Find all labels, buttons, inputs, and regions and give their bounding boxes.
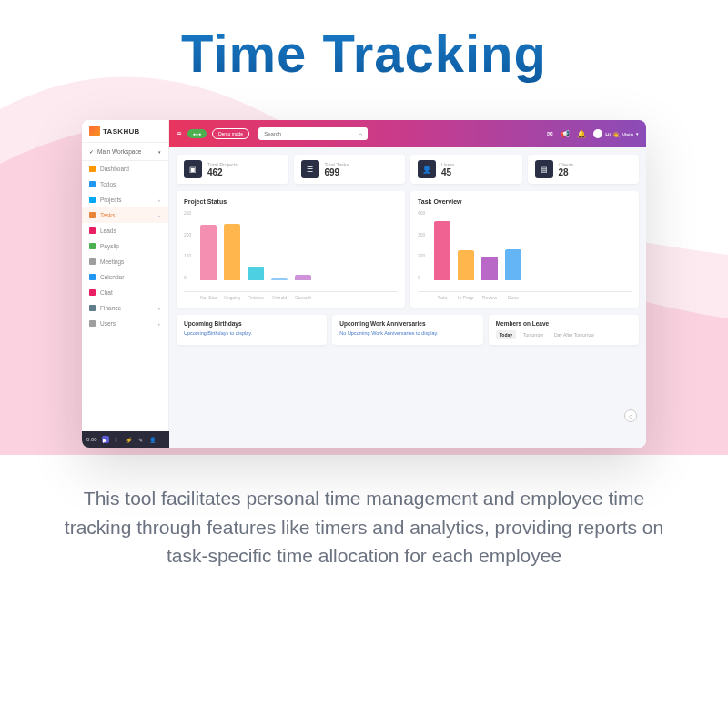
chart-bar: [481, 257, 498, 280]
leave-tab-day-after-tomorrow[interactable]: Day After Tomorrow: [551, 330, 598, 339]
sidebar-item-label: Chat: [100, 289, 113, 296]
sidebar-item-projects[interactable]: Projects▸: [82, 192, 168, 207]
sidebar-item-icon: [89, 243, 96, 249]
stat-label: Total Projects: [207, 162, 238, 167]
sidebar-item-label: Payslip: [100, 243, 119, 249]
chart-title: Project Status: [184, 198, 398, 205]
workspace-selector[interactable]: ✓ Main Workspace ▾: [82, 143, 168, 161]
chevron-down-icon: ▾: [158, 149, 161, 155]
app-screenshot: TASKHUB ✓ Main Workspace ▾ DashboardTodo…: [82, 120, 646, 448]
x-label: Onhold: [271, 295, 288, 300]
sidebar-item-chat[interactable]: Chat: [82, 285, 168, 300]
x-label: Todo: [434, 295, 450, 300]
moon-icon[interactable]: ☾: [114, 436, 121, 443]
chevron-right-icon: ▸: [158, 197, 161, 203]
card-title: Members on Leave: [496, 320, 632, 327]
chevron-right-icon: ▸: [158, 321, 161, 327]
sidebar-item-icon: [89, 305, 96, 311]
sidebar-item-leads[interactable]: Leads: [82, 223, 168, 238]
sidebar-item-todos[interactable]: Todos: [82, 176, 168, 192]
sidebar-item-label: Meetings: [100, 258, 124, 265]
sidebar-item-icon: [89, 227, 96, 234]
chevron-right-icon: ▸: [158, 306, 161, 311]
sidebar-item-label: Finance: [100, 305, 121, 311]
task-overview-chart: Task Overview 4003002000 TodoIn Progress…: [410, 191, 639, 308]
play-icon[interactable]: ▶: [102, 436, 109, 443]
search-box[interactable]: ⌕: [258, 127, 368, 140]
hamburger-icon[interactable]: ≡: [177, 129, 182, 139]
top-bar: ≡ ●●● Demo mode ⌕ ✉ 📢 🔔 Hi 👋, Main ▾: [169, 120, 646, 147]
x-label: Finished: [248, 295, 264, 300]
sidebar-item-icon: [89, 197, 96, 203]
taskbar-time: 0:00: [86, 437, 97, 442]
stat-value: 28: [559, 167, 574, 177]
stat-value: 462: [207, 167, 238, 177]
logo[interactable]: TASKHUB: [82, 120, 168, 143]
stat-label: Users: [441, 162, 454, 167]
x-label: In Progress: [458, 295, 474, 300]
chart-title: Task Overview: [418, 198, 632, 205]
stat-label: Clients: [559, 162, 574, 167]
stat-card-total-tasks[interactable]: ☰Total Tasks699: [294, 155, 406, 184]
x-label: Review: [481, 295, 498, 300]
sidebar-item-calendar[interactable]: Calendar: [82, 269, 168, 285]
card-title: Upcoming Work Anniversaries: [339, 320, 475, 327]
chart-bar: [434, 221, 450, 280]
stat-card-clients[interactable]: ▤Clients28: [528, 155, 640, 184]
file-icon: ▤: [535, 160, 553, 178]
card-title: Upcoming Birthdays: [184, 320, 319, 327]
sidebar-item-finance[interactable]: Finance▸: [82, 300, 168, 316]
folder-icon: ▣: [184, 160, 202, 178]
sidebar-item-meetings[interactable]: Meetings: [82, 254, 168, 269]
search-input[interactable]: [264, 131, 355, 136]
birthdays-card: Upcoming Birthdays Upcoming Birthdays to…: [177, 315, 327, 345]
chart-bar: [505, 249, 521, 280]
help-fab[interactable]: ○: [624, 409, 637, 422]
x-label: Not Started: [200, 295, 217, 300]
check-icon: ✓: [89, 148, 94, 155]
sidebar-item-label: Leads: [100, 227, 116, 234]
bell-icon[interactable]: 🔔: [577, 130, 586, 138]
stat-card-users[interactable]: 👤Users45: [410, 155, 522, 184]
sidebar-item-label: Tasks: [100, 212, 116, 218]
mail-icon[interactable]: ✉: [547, 130, 553, 138]
sidebar-item-icon: [89, 258, 96, 265]
sidebar: TASKHUB ✓ Main Workspace ▾ DashboardTodo…: [82, 120, 169, 448]
logo-text: TASKHUB: [103, 127, 140, 136]
leave-tab-tomorrow[interactable]: Tomorrow: [520, 330, 547, 339]
stat-card-total-projects[interactable]: ▣Total Projects462: [177, 155, 288, 184]
avatar: [593, 129, 602, 138]
chevron-down-icon: ▾: [636, 131, 639, 136]
user-menu[interactable]: Hi 👋, Main ▾: [593, 129, 639, 138]
page-title: Time Tracking: [0, 0, 728, 84]
x-label: Cancelled: [295, 295, 311, 300]
sidebar-item-label: Todos: [100, 181, 116, 187]
sidebar-item-label: Users: [100, 320, 116, 327]
user-icon[interactable]: 👤: [149, 436, 157, 443]
chart-bar: [248, 267, 264, 280]
sidebar-item-icon: [89, 289, 96, 296]
edit-icon[interactable]: ✎: [137, 436, 145, 443]
sidebar-item-icon: [89, 166, 96, 172]
sidebar-item-tasks[interactable]: Tasks▸: [82, 207, 168, 223]
sidebar-item-payslip[interactable]: Payslip: [82, 238, 168, 254]
sidebar-item-users[interactable]: Users▸: [82, 316, 168, 331]
search-icon[interactable]: ⌕: [359, 131, 362, 137]
bolt-icon[interactable]: ⚡: [126, 436, 133, 443]
card-message: No Upcoming Work Anniversaries to displa…: [339, 330, 475, 336]
demo-mode-badge: Demo mode: [212, 128, 249, 139]
user-icon: 👤: [418, 160, 436, 178]
chart-bar: [200, 225, 217, 280]
announcement-icon[interactable]: 📢: [561, 130, 570, 138]
main-area: ≡ ●●● Demo mode ⌕ ✉ 📢 🔔 Hi 👋, Main ▾ ▣To…: [169, 120, 646, 448]
leave-tab-today[interactable]: Today: [496, 330, 516, 339]
chart-bar: [271, 278, 288, 280]
chevron-right-icon: ▸: [158, 213, 161, 218]
chart-bar: [224, 224, 240, 280]
stat-value: 699: [325, 167, 349, 177]
card-message: Upcoming Birthdays to display.: [184, 330, 319, 336]
sidebar-item-dashboard[interactable]: Dashboard: [82, 161, 168, 176]
list-icon: ☰: [301, 160, 319, 178]
sidebar-item-label: Calendar: [100, 274, 124, 280]
description-text: This tool facilitates personal time mana…: [0, 448, 728, 570]
